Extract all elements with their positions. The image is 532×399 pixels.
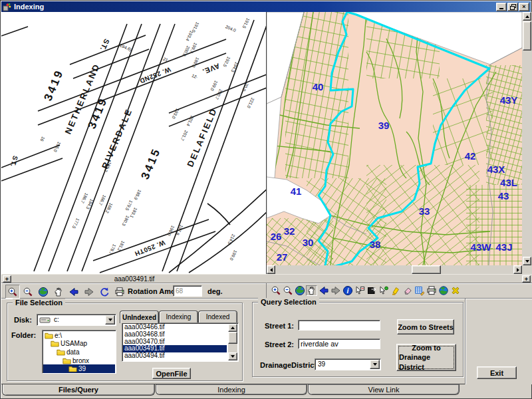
- file-tab-indexed[interactable]: Indexed: [198, 311, 237, 323]
- drive-icon: [39, 317, 51, 323]
- tab-view-link[interactable]: View Link: [308, 384, 460, 395]
- street2-field[interactable]: [298, 338, 380, 349]
- file-scroll-up-button[interactable]: [228, 324, 237, 332]
- file-list-scrollbar[interactable]: [228, 324, 237, 360]
- horizontal-scroll-thumb[interactable]: [412, 265, 441, 274]
- tab-indexing[interactable]: Indexing: [156, 384, 307, 395]
- svg-text:191.5: 191.5: [241, 17, 250, 29]
- svg-text:178.7: 178.7: [108, 243, 116, 255]
- tab-files-query[interactable]: Files/Query: [2, 384, 155, 396]
- zoom-in-icon[interactable]: [270, 285, 281, 296]
- pan-hand-icon[interactable]: [306, 285, 317, 296]
- folder-item-39[interactable]: 39: [43, 364, 115, 373]
- disk-dropdown-button[interactable]: [105, 315, 115, 325]
- svg-text:193.4: 193.4: [185, 30, 194, 42]
- map-vertical-scrollbar[interactable]: [522, 12, 532, 265]
- file-tab-indexing[interactable]: Indexing: [159, 311, 198, 323]
- rotation-amount-field[interactable]: [173, 285, 202, 297]
- delete-x-icon[interactable]: [450, 285, 461, 296]
- file-scroll-down-button[interactable]: [228, 352, 237, 360]
- gis-map-viewport[interactable]: 40394243Y43X43L434133263230382743W43J: [267, 12, 522, 265]
- folder-item-data[interactable]: data: [43, 348, 115, 356]
- zoom-drainage-focus-rect: Zoom to Drainage District: [398, 346, 454, 369]
- print-icon[interactable]: [112, 285, 127, 299]
- drainage-district-combobox[interactable]: 39: [315, 358, 381, 370]
- disk-label: Disk:: [14, 316, 32, 324]
- zoom-to-streets-button[interactable]: Zoom to Streets: [397, 319, 454, 334]
- street1-field[interactable]: [298, 320, 380, 331]
- identify-link-icon[interactable]: [354, 285, 365, 296]
- zoom-to-drainage-district-button[interactable]: Zoom to Drainage District: [396, 344, 456, 371]
- svg-text:16: 16: [39, 136, 46, 142]
- svg-text:43X: 43X: [487, 164, 505, 175]
- svg-text:177.5: 177.5: [71, 217, 80, 229]
- svg-text:43L: 43L: [500, 177, 517, 188]
- svg-text:192.5: 192.5: [222, 56, 231, 68]
- scroll-right-button[interactable]: [513, 265, 522, 274]
- folder-item-USAMap[interactable]: USAMap: [43, 340, 115, 348]
- scroll-down-button[interactable]: [523, 257, 531, 265]
- zoom-out-icon[interactable]: [282, 285, 293, 296]
- forward-arrow-icon[interactable]: [330, 285, 341, 296]
- file-item[interactable]: aaa003494.tif: [123, 352, 227, 360]
- status-strip: + aaa003491.tif +: [1, 274, 532, 283]
- close-button[interactable]: ×: [519, 3, 529, 11]
- svg-text:200.0: 200.0: [182, 45, 190, 57]
- file-item[interactable]: aaa003468.tif: [123, 331, 227, 338]
- highlight-icon[interactable]: [390, 285, 401, 296]
- open-file-button[interactable]: OpenFile: [152, 368, 191, 379]
- restore-button[interactable]: [507, 3, 518, 11]
- restore-icon: [510, 4, 516, 10]
- folder-name: 39: [78, 365, 86, 372]
- expand-right-button[interactable]: +: [522, 275, 531, 283]
- svg-text:(194.6): (194.6): [118, 42, 132, 52]
- map-horizontal-scrollbar[interactable]: [267, 265, 522, 274]
- svg-text:DELAFIELD: DELAFIELD: [185, 106, 219, 168]
- select-point-icon[interactable]: [378, 285, 389, 296]
- info-icon[interactable]: i: [342, 285, 353, 296]
- files-query-page: File Selection Disk: c: Folder: e:\USAMa…: [1, 299, 532, 384]
- svg-text:43Y: 43Y: [500, 94, 518, 106]
- svg-text:189.0: 189.0: [191, 57, 200, 68]
- layers-globe-icon[interactable]: [438, 285, 449, 296]
- folder-icon: [51, 340, 59, 347]
- tab-page-edge: [465, 299, 466, 384]
- forward-arrow-icon[interactable]: [82, 285, 96, 299]
- file-selection-group: File Selection Disk: c: Folder: e:\USAMa…: [7, 303, 243, 381]
- back-arrow-icon[interactable]: [318, 285, 329, 296]
- scroll-left-button[interactable]: [267, 265, 275, 274]
- disk-combobox[interactable]: c:: [37, 314, 116, 326]
- folder-item-bronx[interactable]: bronx: [43, 356, 115, 365]
- file-tab-unindexed[interactable]: UnIndexed: [120, 311, 159, 323]
- invert-select-icon[interactable]: [366, 285, 377, 296]
- back-arrow-icon[interactable]: [66, 285, 81, 299]
- print-icon[interactable]: [426, 285, 437, 296]
- rotate-icon[interactable]: [97, 285, 112, 299]
- folder-item-e[interactable]: e:\: [43, 331, 115, 340]
- file-list[interactable]: aaa003466.tifaaa003468.tifaaa003470.tifa…: [122, 323, 239, 362]
- globe-icon[interactable]: [36, 285, 51, 299]
- folder-name: bronx: [72, 357, 89, 364]
- attribute-table-icon[interactable]: [414, 285, 425, 296]
- zoom-in-icon[interactable]: [5, 285, 20, 299]
- zoom-out-icon[interactable]: [21, 285, 35, 299]
- file-selection-title: File Selection: [13, 299, 65, 307]
- pan-hand-icon[interactable]: [51, 285, 66, 299]
- scroll-left-icon: [268, 268, 273, 272]
- globe-icon[interactable]: [294, 285, 305, 296]
- disk-value: c:: [54, 316, 59, 323]
- right-map-toolbar: ✓ LION_STREETS i: [267, 283, 532, 299]
- svg-text:186.7: 186.7: [80, 192, 88, 204]
- exit-button[interactable]: Exit: [477, 366, 517, 379]
- scanned-map-viewport[interactable]: ST.NETHERLAND34193419RIVERDALE3415DELAFI…: [1, 12, 267, 274]
- file-scroll-thumb[interactable]: [228, 332, 237, 344]
- svg-text:30: 30: [303, 237, 314, 248]
- vertical-scroll-thumb[interactable]: [523, 21, 531, 51]
- drainage-dropdown-button[interactable]: [370, 360, 380, 369]
- minimize-button[interactable]: [496, 3, 507, 11]
- query-selection-title: Query Selection: [258, 298, 319, 306]
- scroll-up-button[interactable]: [523, 12, 531, 21]
- folder-tree[interactable]: e:\USAMapdatabronx39: [42, 330, 116, 374]
- svg-text:179.5: 179.5: [124, 200, 133, 211]
- erase-icon[interactable]: [402, 285, 413, 296]
